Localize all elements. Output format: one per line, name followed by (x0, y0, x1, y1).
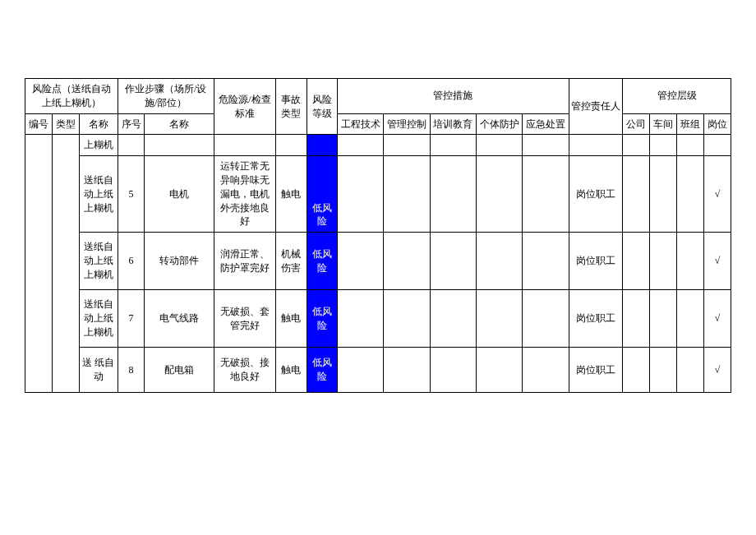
cell-hazard: 运转正常无异响异味无漏电，电机外壳接地良好 (214, 156, 275, 233)
table-row: 送纸自动上纸上糊机 7 电气线路 无破损、套管完好 触电 低风险 岗位职工 √ (25, 290, 731, 348)
cell-lvl-post: √ (703, 348, 731, 393)
cell-m-management (384, 135, 430, 156)
table-row: 送纸自动上纸上糊机 5 电机 运转正常无异响异味无漏电，电机外壳接地良好 触电 … (25, 156, 731, 233)
header-control-level: 管控层级 (623, 79, 731, 114)
cell-stepname: 电气线路 (145, 290, 214, 348)
cell-hazard: 无破损、套管完好 (214, 290, 275, 348)
cell-m-ppe (477, 290, 523, 348)
cell-lvl-company (623, 348, 650, 393)
cell-m-engineering (338, 290, 384, 348)
header-stepname: 名称 (145, 113, 214, 135)
cell-m-ppe (477, 233, 523, 290)
table-row: 送纸自动上纸上糊机 6 转动部件 润滑正常、防护罩完好 机械伤害 低风险 岗位职… (25, 233, 731, 290)
cell-lvl-company (623, 156, 650, 233)
cell-level: 低风险 (307, 233, 338, 290)
cell-m-emergency (523, 348, 569, 393)
cell-hazard: 润滑正常、防护罩完好 (214, 233, 275, 290)
cell-accident (276, 135, 307, 156)
cell-stepname: 配电箱 (145, 348, 214, 393)
cell-m-ppe (477, 135, 523, 156)
cell-seq: 5 (118, 156, 145, 233)
table-row: 上糊机 (25, 135, 731, 156)
cell-no (25, 135, 53, 393)
cell-lvl-company (623, 135, 650, 156)
cell-name: 上糊机 (79, 135, 118, 156)
cell-hazard (214, 135, 275, 156)
cell-m-management (384, 156, 430, 233)
header-type: 类型 (52, 113, 79, 135)
cell-lvl-team (677, 290, 704, 348)
cell-m-management (384, 348, 430, 393)
header-lvl-workshop: 车间 (650, 113, 677, 135)
cell-lvl-post: √ (703, 233, 731, 290)
header-accident: 事故类型 (276, 79, 307, 135)
header-control-owner: 管控责任人 (569, 79, 623, 135)
cell-m-training (430, 135, 476, 156)
cell-owner: 岗位职工 (569, 233, 623, 290)
cell-stepname (145, 135, 214, 156)
cell-owner: 岗位职工 (569, 156, 623, 233)
cell-m-management (384, 233, 430, 290)
cell-lvl-workshop (650, 290, 677, 348)
cell-m-training (430, 348, 476, 393)
cell-name: 送 纸自动 (79, 348, 118, 393)
cell-seq: 6 (118, 233, 145, 290)
cell-accident: 触电 (276, 348, 307, 393)
cell-stepname: 转动部件 (145, 233, 214, 290)
header-hazard: 危险源/检查标准 (214, 79, 275, 135)
cell-name: 送纸自动上纸上糊机 (79, 233, 118, 290)
cell-m-emergency (523, 135, 569, 156)
cell-accident: 触电 (276, 156, 307, 233)
header-control-measures: 管控措施 (338, 79, 569, 114)
table-row: 送 纸自动 8 配电箱 无破损、接地良好 触电 低风险 岗位职工 √ (25, 348, 731, 393)
cell-m-engineering (338, 348, 384, 393)
cell-hazard: 无破损、接地良好 (214, 348, 275, 393)
cell-seq: 8 (118, 348, 145, 393)
cell-owner: 岗位职工 (569, 348, 623, 393)
header-row-1: 风险点（送纸自动上纸上糊机） 作业步骤（场所/设施/部位） 危险源/检查标准 事… (25, 79, 731, 114)
cell-lvl-company (623, 233, 650, 290)
cell-m-emergency (523, 290, 569, 348)
cell-lvl-post: √ (703, 156, 731, 233)
cell-lvl-workshop (650, 348, 677, 393)
cell-accident: 机械伤害 (276, 233, 307, 290)
cell-level: 低风险 (307, 290, 338, 348)
cell-m-emergency (523, 156, 569, 233)
header-risk-point: 风险点（送纸自动上纸上糊机） (25, 79, 118, 114)
cell-seq: 7 (118, 290, 145, 348)
cell-m-training (430, 290, 476, 348)
cell-owner: 岗位职工 (569, 290, 623, 348)
cell-lvl-workshop (650, 156, 677, 233)
header-risk-level: 风险等级 (307, 79, 338, 135)
cell-m-emergency (523, 233, 569, 290)
header-seq: 序号 (118, 113, 145, 135)
cell-m-engineering (338, 135, 384, 156)
cell-name: 送纸自动上纸上糊机 (79, 156, 118, 233)
cell-name: 送纸自动上纸上糊机 (79, 290, 118, 348)
header-m-engineering: 工程技术 (338, 113, 384, 135)
cell-m-ppe (477, 348, 523, 393)
cell-accident: 触电 (276, 290, 307, 348)
header-m-ppe: 个体防护 (477, 113, 523, 135)
cell-owner (569, 135, 623, 156)
header-m-training: 培训教育 (430, 113, 476, 135)
cell-lvl-team (677, 233, 704, 290)
cell-lvl-team (677, 156, 704, 233)
cell-m-management (384, 290, 430, 348)
header-work-step: 作业步骤（场所/设施/部位） (118, 79, 214, 114)
cell-type (52, 135, 79, 393)
header-lvl-team: 班组 (677, 113, 704, 135)
cell-level: 低风险 (307, 348, 338, 393)
header-name: 名称 (79, 113, 118, 135)
cell-lvl-post (703, 135, 731, 156)
cell-lvl-post: √ (703, 290, 731, 348)
cell-level: 低风险 (307, 156, 338, 233)
cell-lvl-company (623, 290, 650, 348)
header-m-emergency: 应急处置 (523, 113, 569, 135)
cell-lvl-workshop (650, 233, 677, 290)
cell-level (307, 135, 338, 156)
header-row-2: 编号 类型 名称 序号 名称 工程技术 管理控制 培训教育 个体防护 应急处置 … (25, 113, 731, 135)
header-lvl-company: 公司 (623, 113, 650, 135)
cell-stepname: 电机 (145, 156, 214, 233)
header-lvl-post: 岗位 (703, 113, 731, 135)
